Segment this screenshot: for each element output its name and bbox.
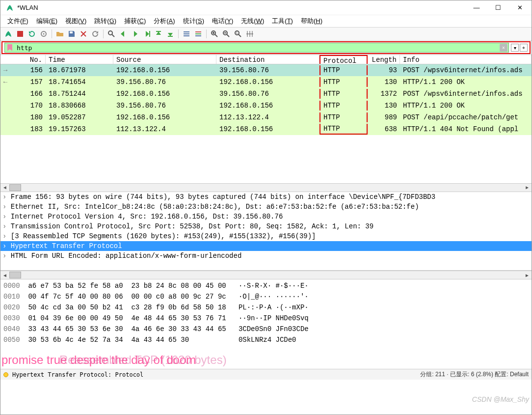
detail-row[interactable]: Transmission Control Protocol, Src Port:… xyxy=(0,221,532,231)
hex-row[interactable]: 0040 33 43 44 65 30 53 6e 30 4a 46 6e 30… xyxy=(3,324,529,334)
close-file-icon[interactable] xyxy=(79,29,88,39)
hex-row[interactable]: 0000 a6 e7 53 ba 52 fe 58 a0 23 b8 24 8c… xyxy=(3,280,529,291)
packet-list-hscroll[interactable]: ◄► xyxy=(0,183,532,192)
zoom-out-icon[interactable] xyxy=(221,29,231,39)
status-packets: 分组: 211 · 已显示: 6 (2.8%) 配置: Default xyxy=(420,370,529,379)
menu-item[interactable]: 编辑(E) xyxy=(32,16,61,27)
toolbar: 1 xyxy=(0,27,532,41)
restart-capture-icon[interactable] xyxy=(27,29,37,39)
minimize-button[interactable]: — xyxy=(466,0,487,15)
menu-item[interactable]: 跳转(G) xyxy=(90,16,120,27)
packet-details[interactable]: Frame 156: 93 bytes on wire (744 bits), … xyxy=(0,192,532,271)
menu-item[interactable]: 无线(W) xyxy=(237,16,268,27)
open-file-icon[interactable] xyxy=(55,29,65,39)
detail-row[interactable]: [3 Reassembled TCP Segments (1620 bytes)… xyxy=(0,231,532,241)
svg-point-4 xyxy=(108,31,112,35)
detail-row[interactable]: Frame 156: 93 bytes on wire (744 bits), … xyxy=(0,192,532,202)
svg-rect-5 xyxy=(149,31,150,37)
menu-item[interactable]: 统计(S) xyxy=(179,16,208,27)
detail-row[interactable]: Ethernet II, Src: IntelCor_b8:24:8c (58:… xyxy=(0,202,532,212)
svg-rect-8 xyxy=(184,31,189,32)
menu-item[interactable]: 分析(A) xyxy=(150,16,179,27)
go-first-icon[interactable] xyxy=(154,29,163,39)
col-no[interactable]: No. xyxy=(0,55,46,64)
reload-icon[interactable] xyxy=(90,29,100,39)
capture-options-icon[interactable] xyxy=(39,29,49,39)
packet-row[interactable]: 18019.052287192.168.0.156112.13.122.4HTT… xyxy=(0,111,532,123)
display-filter-field[interactable]: × xyxy=(4,43,509,53)
clear-filter-icon[interactable]: × xyxy=(500,44,507,52)
col-info[interactable]: Info xyxy=(400,55,532,64)
zoom-in-icon[interactable] xyxy=(210,29,219,39)
status-field: Hypertext Transfer Protocol: Protocol xyxy=(12,371,416,378)
svg-rect-10 xyxy=(184,35,189,36)
menu-item[interactable]: 视图(V) xyxy=(61,16,90,27)
statusbar: Hypertext Transfer Protocol: Protocol 分组… xyxy=(0,369,532,380)
auto-scroll-icon[interactable] xyxy=(182,29,191,39)
window-title: *WLAN xyxy=(17,4,466,11)
svg-text:1: 1 xyxy=(236,31,238,34)
filter-dropdown-icon[interactable]: ▾ xyxy=(511,44,519,52)
detail-row[interactable]: Internet Protocol Version 4, Src: 192.16… xyxy=(0,212,532,221)
packet-row[interactable]: 18319.157263112.13.122.4192.168.0.156HTT… xyxy=(0,123,532,135)
menu-item[interactable]: 电话(Y) xyxy=(208,16,237,27)
go-next-icon[interactable] xyxy=(130,29,140,39)
svg-rect-7 xyxy=(168,36,173,37)
col-length[interactable]: Length xyxy=(368,55,400,64)
svg-rect-11 xyxy=(195,31,201,32)
col-time[interactable]: Time xyxy=(46,55,113,64)
packet-bytes[interactable]: 0000 a6 e7 53 ba 52 fe 58 a0 23 b8 24 8c… xyxy=(0,279,532,353)
bookmark-icon[interactable] xyxy=(6,44,14,52)
col-protocol[interactable]: Protocol xyxy=(319,55,368,64)
maximize-button[interactable]: ☐ xyxy=(487,0,509,15)
save-file-icon[interactable] xyxy=(67,29,77,39)
menu-item[interactable]: 工具(T) xyxy=(268,16,297,27)
filter-input[interactable] xyxy=(15,44,499,52)
titlebar: *WLAN — ☐ ✕ xyxy=(0,0,532,15)
menu-item[interactable]: 捕获(C) xyxy=(120,16,150,27)
filter-add-icon[interactable]: + xyxy=(520,44,528,52)
close-button[interactable]: ✕ xyxy=(509,0,531,15)
find-icon[interactable] xyxy=(106,29,116,39)
packet-row[interactable]: 16618.751244192.168.0.15639.156.80.76HTT… xyxy=(0,88,532,100)
resize-columns-icon[interactable] xyxy=(245,29,255,39)
svg-rect-9 xyxy=(184,33,189,34)
svg-rect-3 xyxy=(70,31,73,33)
csdn-watermark: CSDN @Max_Shy xyxy=(472,395,529,403)
packet-row[interactable]: →15618.671978192.168.0.15639.156.80.76HT… xyxy=(0,64,532,76)
col-destination[interactable]: Destination xyxy=(216,55,319,64)
go-last-icon[interactable] xyxy=(165,29,175,39)
svg-rect-13 xyxy=(195,35,201,36)
stop-capture-icon[interactable] xyxy=(15,29,25,39)
go-prev-icon[interactable] xyxy=(118,29,128,39)
packet-row[interactable]: ←15718.74165439.156.80.76192.168.0.156HT… xyxy=(0,76,532,88)
menu-item[interactable]: 文件(F) xyxy=(3,16,32,27)
hex-row[interactable]: 0020 50 4c cd 3a 00 50 b2 41 c3 28 f9 0b… xyxy=(3,302,529,313)
menu-item[interactable]: 帮助(H) xyxy=(297,16,326,27)
hex-row[interactable]: 0010 00 4f 7c 5f 40 00 80 06 00 00 c0 a8… xyxy=(3,291,529,302)
packet-list: No. Time Source Destination Protocol Len… xyxy=(0,55,532,192)
expert-info-icon[interactable] xyxy=(3,372,8,377)
packet-row[interactable]: 17018.83066839.156.80.76192.168.0.156HTT… xyxy=(0,100,532,111)
detail-row[interactable]: Hypertext Transfer Protocol xyxy=(0,241,532,251)
start-capture-icon[interactable] xyxy=(3,29,13,39)
detail-row[interactable]: HTML Form URL Encoded: application/x-www… xyxy=(0,251,532,261)
display-filter-bar: × ▾ + xyxy=(1,41,531,54)
watermark-text: Reassembled TCP (1620 bytes) promise tru… xyxy=(0,353,532,369)
hex-row[interactable]: 0030 01 04 39 6e 00 00 49 50 4e 48 44 65… xyxy=(3,313,529,324)
packet-list-header[interactable]: No. Time Source Destination Protocol Len… xyxy=(0,55,532,64)
hex-row[interactable]: 0050 30 53 6b 4c 4e 52 7a 34 4a 43 44 65… xyxy=(3,334,529,345)
menubar: 文件(F)编辑(E)视图(V)跳转(G)捕获(C)分析(A)统计(S)电话(Y)… xyxy=(0,15,532,27)
go-jump-icon[interactable] xyxy=(142,29,152,39)
svg-rect-6 xyxy=(156,31,161,32)
app-icon xyxy=(5,3,14,12)
zoom-reset-icon[interactable]: 1 xyxy=(233,29,243,39)
colorize-icon[interactable] xyxy=(193,29,203,39)
svg-rect-12 xyxy=(195,33,201,34)
col-source[interactable]: Source xyxy=(113,55,216,64)
svg-rect-0 xyxy=(17,31,23,37)
svg-point-2 xyxy=(43,33,45,35)
details-hscroll[interactable]: ◄► xyxy=(0,271,532,279)
